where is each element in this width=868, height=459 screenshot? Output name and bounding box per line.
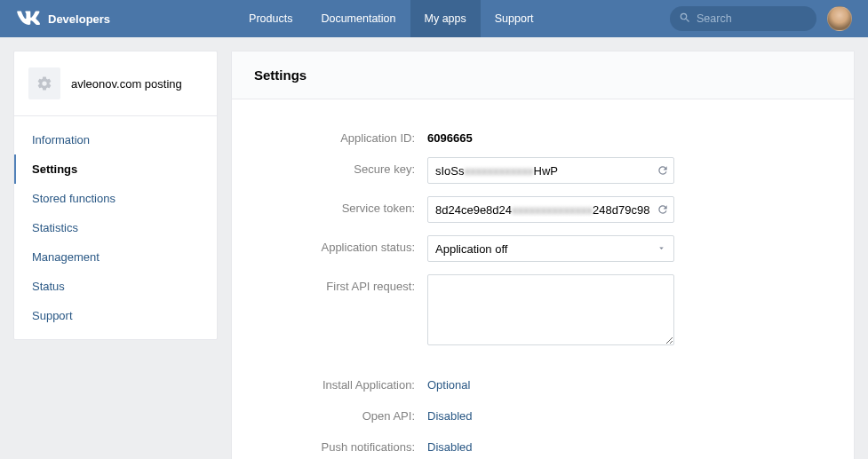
side-nav: Information Settings Stored functions St… bbox=[14, 116, 217, 339]
brand-label[interactable]: Developers bbox=[48, 12, 110, 26]
sidebar-item-stored-functions[interactable]: Stored functions bbox=[14, 184, 217, 213]
search-icon bbox=[679, 12, 697, 27]
settings-form: Application ID: 6096665 Secure key: sIoS… bbox=[232, 99, 854, 459]
label-app-id: Application ID: bbox=[267, 126, 427, 145]
vk-logo-icon bbox=[16, 6, 41, 31]
row-install-app: Install Application: Optional bbox=[267, 373, 818, 392]
label-secure-key: Secure key: bbox=[267, 157, 427, 176]
service-token-value[interactable]: 8d24ce9e8d24xxxxxxxxxxxxxx248d79c98 bbox=[428, 203, 652, 217]
avatar[interactable] bbox=[827, 6, 852, 31]
sidebar: avleonov.com posting Information Setting… bbox=[13, 51, 218, 340]
app-name: avleonov.com posting bbox=[71, 77, 182, 91]
row-app-status: Application status: Application off bbox=[267, 235, 818, 262]
sidebar-item-status[interactable]: Status bbox=[14, 272, 217, 301]
sidebar-item-settings[interactable]: Settings bbox=[14, 154, 217, 184]
label-open-api: Open API: bbox=[267, 404, 427, 423]
app-status-select[interactable]: Application off bbox=[427, 235, 674, 262]
secure-key-field: sIoSsxxxxxxxxxxxxHwP bbox=[427, 157, 674, 184]
label-app-status: Application status: bbox=[267, 235, 427, 254]
refresh-service-token-icon[interactable] bbox=[652, 198, 673, 221]
sidebar-item-statistics[interactable]: Statistics bbox=[14, 213, 217, 242]
refresh-secure-key-icon[interactable] bbox=[652, 159, 673, 182]
open-api-link[interactable]: Disabled bbox=[427, 404, 818, 423]
label-service-token: Service token: bbox=[267, 196, 427, 215]
row-secure-key: Secure key: sIoSsxxxxxxxxxxxxHwP bbox=[267, 157, 818, 184]
row-first-api: First API request: bbox=[267, 274, 818, 348]
install-app-link[interactable]: Optional bbox=[427, 373, 818, 392]
top-nav: Products Documentation My apps Support bbox=[235, 0, 547, 37]
sidebar-item-management[interactable]: Management bbox=[14, 242, 217, 272]
row-open-api: Open API: Disabled bbox=[267, 404, 818, 423]
row-service-token: Service token: 8d24ce9e8d24xxxxxxxxxxxxx… bbox=[267, 196, 818, 223]
sidebar-item-support[interactable]: Support bbox=[14, 301, 217, 330]
secure-key-value[interactable]: sIoSsxxxxxxxxxxxxHwP bbox=[428, 164, 652, 178]
value-app-id: 6096665 bbox=[427, 126, 818, 145]
label-first-api: First API request: bbox=[267, 274, 427, 293]
search-box[interactable] bbox=[670, 6, 816, 31]
nav-support[interactable]: Support bbox=[481, 0, 548, 37]
topbar: Developers Products Documentation My app… bbox=[0, 0, 868, 37]
chevron-down-icon bbox=[657, 242, 666, 256]
row-app-id: Application ID: 6096665 bbox=[267, 126, 818, 145]
nav-documentation[interactable]: Documentation bbox=[307, 0, 410, 37]
nav-myapps[interactable]: My apps bbox=[410, 0, 481, 37]
push-notif-link[interactable]: Disabled bbox=[427, 435, 818, 454]
gear-icon bbox=[28, 67, 60, 99]
sidebar-item-information[interactable]: Information bbox=[14, 125, 217, 154]
sidebar-header: avleonov.com posting bbox=[14, 51, 217, 116]
main-header: Settings bbox=[232, 51, 854, 99]
nav-products[interactable]: Products bbox=[235, 0, 307, 37]
first-api-textarea[interactable] bbox=[427, 274, 674, 345]
search-input[interactable] bbox=[697, 12, 808, 25]
app-status-value: Application off bbox=[435, 242, 507, 256]
page-title: Settings bbox=[254, 67, 832, 83]
service-token-field: 8d24ce9e8d24xxxxxxxxxxxxxx248d79c98 bbox=[427, 196, 674, 223]
label-install-app: Install Application: bbox=[267, 373, 427, 392]
label-push-notif: Push notifications: bbox=[267, 435, 427, 454]
row-push-notif: Push notifications: Disabled bbox=[267, 435, 818, 454]
main-panel: Settings Application ID: 6096665 Secure … bbox=[231, 51, 855, 459]
